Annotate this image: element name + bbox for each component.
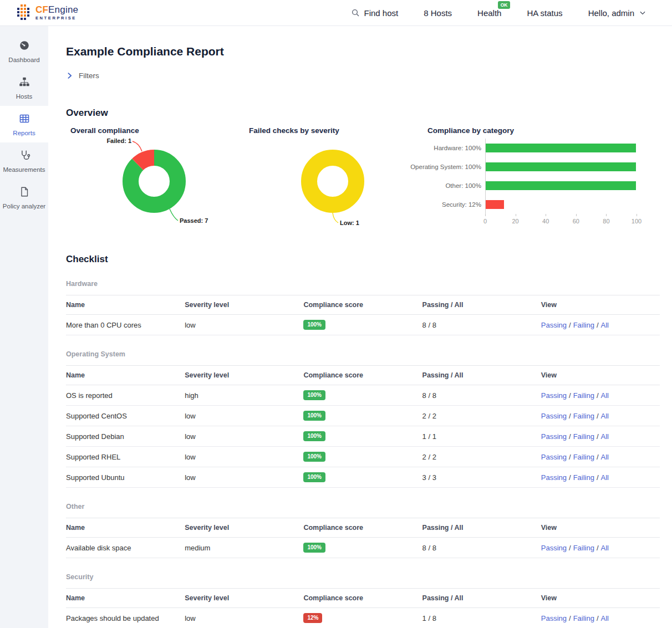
sidebar-item-policy-analyzer[interactable]: Policy analyzer — [0, 179, 48, 216]
compliance-score-badge: 100% — [303, 543, 325, 553]
view-all-link[interactable]: All — [601, 473, 609, 482]
checklist-section-security: Security Name Severity level Compliance … — [66, 573, 660, 628]
severity-level: high — [185, 385, 303, 406]
table-row: Supported Ubuntulow100%3 / 3Passing/Fail… — [66, 467, 660, 488]
cfengine-logo[interactable]: CFEngine ENTERPRISE — [0, 4, 78, 22]
cfengine-logo-icon — [17, 4, 31, 22]
view-failing-link[interactable]: Failing — [573, 391, 594, 400]
brand-prefix: CF — [35, 4, 48, 15]
sidebar-item-label: Policy analyzer — [3, 203, 45, 210]
user-menu[interactable]: Hello, admin — [588, 8, 646, 18]
view-failing-link[interactable]: Failing — [573, 432, 594, 441]
view-separator: / — [597, 544, 599, 552]
brand-name: Engine — [48, 4, 78, 15]
view-passing-link[interactable]: Passing — [541, 321, 567, 329]
bar-category-label: Hardware: 100% — [423, 139, 485, 157]
view-passing-link[interactable]: Passing — [541, 391, 567, 400]
check-name: Supported RHEL — [66, 447, 185, 467]
sidebar-item-measurements[interactable]: Measurements — [0, 142, 48, 179]
compliance-score-cell: 100% — [303, 538, 422, 558]
bar-category-labels: Hardware: 100%Operating System: 100%Othe… — [423, 139, 485, 214]
check-name: Packages should be updated — [66, 608, 185, 628]
check-name: Available disk space — [66, 538, 185, 558]
view-failing-link[interactable]: Failing — [573, 544, 594, 552]
view-passing-link[interactable]: Passing — [541, 544, 567, 552]
compliance-score-cell: 100% — [303, 406, 422, 426]
document-icon — [18, 186, 30, 199]
failed-checks-chart: Failed checks by severity Low: 1 — [245, 126, 423, 232]
axis-tick-mark — [546, 214, 546, 216]
view-all-link[interactable]: All — [601, 432, 609, 441]
view-all-link[interactable]: All — [601, 453, 609, 461]
compliance-score-badge: 12% — [303, 613, 322, 623]
view-failing-link[interactable]: Failing — [573, 412, 594, 420]
passing-all: 2 / 2 — [422, 406, 541, 426]
view-separator: / — [597, 453, 599, 461]
view-failing-link[interactable]: Failing — [573, 321, 594, 329]
dashboard-icon — [18, 39, 30, 53]
overall-compliance-donut: Failed: 1 Passed: 7 — [66, 136, 245, 232]
hosts-count-link[interactable]: 8 Hosts — [424, 8, 452, 18]
view-all-link[interactable]: All — [601, 614, 609, 622]
table-row: Available disk spacemedium100%8 / 8Passi… — [66, 538, 660, 558]
view-passing-link[interactable]: Passing — [541, 412, 567, 420]
top-nav: Find host 8 Hosts Health OK HA status He… — [351, 8, 672, 18]
bar-hardware — [486, 144, 636, 152]
view-separator: / — [569, 453, 571, 461]
bar-other — [486, 181, 636, 190]
sidebar: Dashboard Hosts Reports Measurements Pol… — [0, 26, 48, 628]
severity-level: low — [185, 608, 303, 628]
ha-status-link[interactable]: HA status — [527, 8, 562, 18]
table-row: Packages should be updatedlow12%1 / 8Pas… — [66, 608, 660, 628]
view-failing-link[interactable]: Failing — [573, 473, 594, 482]
section-label: Operating System — [66, 350, 660, 358]
axis-tick-label: 0 — [483, 218, 487, 224]
compliance-by-category-chart: Compliance by category Hardware: 100%Ope… — [423, 126, 660, 232]
table-row: More than 0 CPU coreslow100%8 / 8Passing… — [66, 315, 660, 335]
column-header-severity: Severity level — [185, 366, 303, 385]
bar-plot-area — [485, 139, 636, 214]
checklist-heading: Checklist — [66, 254, 660, 265]
low-annotation: Low: 1 — [340, 219, 359, 226]
view-links: Passing/Failing/All — [541, 538, 660, 558]
view-failing-link[interactable]: Failing — [573, 453, 594, 461]
user-greeting-label: Hello, admin — [588, 8, 634, 18]
view-passing-link[interactable]: Passing — [541, 453, 567, 461]
bar-category-label: Other: 100% — [423, 176, 485, 195]
table-row: Supported RHELlow100%2 / 2Passing/Failin… — [66, 447, 660, 467]
sidebar-item-reports[interactable]: Reports — [0, 106, 48, 142]
column-header-score: Compliance score — [303, 589, 422, 608]
filters-toggle[interactable]: Filters — [66, 72, 127, 80]
view-all-link[interactable]: All — [601, 391, 609, 400]
health-link[interactable]: Health OK — [477, 8, 501, 18]
bar-security — [486, 200, 504, 209]
column-header-score: Compliance score — [303, 295, 422, 315]
view-passing-link[interactable]: Passing — [541, 432, 567, 441]
sidebar-item-label: Hosts — [16, 93, 32, 100]
view-separator: / — [569, 321, 571, 329]
axis-tick-mark — [637, 214, 637, 216]
axis-tick-mark — [576, 214, 577, 216]
find-host-button[interactable]: Find host — [351, 8, 399, 18]
column-header-view: View — [541, 518, 660, 538]
reports-icon — [18, 113, 30, 126]
column-header-view: View — [541, 589, 660, 608]
checklist-table: Name Severity level Compliance score Pas… — [66, 295, 660, 335]
brand-text: CFEngine ENTERPRISE — [35, 5, 78, 21]
view-all-link[interactable]: All — [601, 544, 609, 552]
page-title: Example Compliance Report — [66, 45, 660, 58]
passing-all: 2 / 2 — [422, 447, 541, 467]
column-header-passing: Passing / All — [422, 366, 541, 385]
passing-all: 1 / 8 — [422, 608, 541, 628]
view-failing-link[interactable]: Failing — [573, 614, 594, 622]
view-passing-link[interactable]: Passing — [541, 473, 567, 482]
sidebar-item-dashboard[interactable]: Dashboard — [0, 33, 48, 69]
view-passing-link[interactable]: Passing — [541, 614, 567, 622]
view-all-link[interactable]: All — [601, 321, 609, 329]
low-leader-line — [333, 213, 338, 223]
sidebar-item-hosts[interactable]: Hosts — [0, 69, 48, 106]
bar-chart: Hardware: 100%Operating System: 100%Othe… — [423, 139, 660, 214]
column-header-passing: Passing / All — [422, 295, 541, 315]
view-separator: / — [569, 473, 571, 482]
view-all-link[interactable]: All — [601, 412, 609, 420]
